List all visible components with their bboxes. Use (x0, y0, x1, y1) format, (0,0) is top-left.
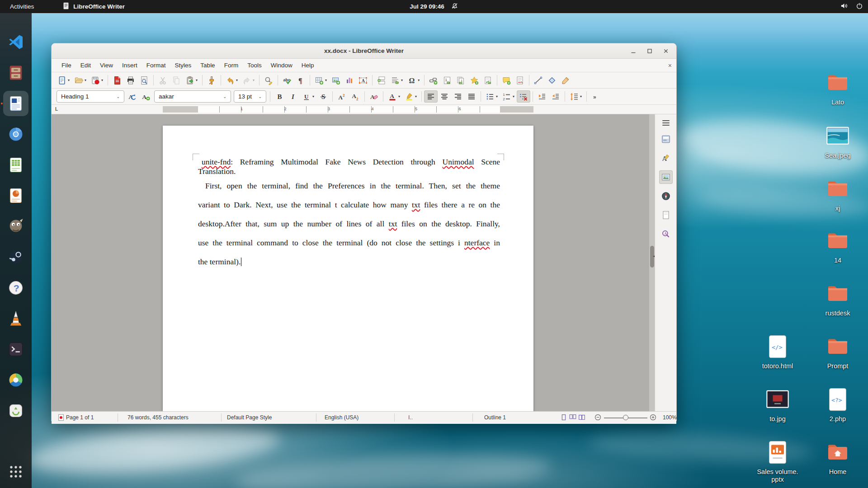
document-page[interactable]: unite-fnd: Reframing Multimodal Fake New… (163, 126, 533, 411)
page-break-button[interactable] (375, 74, 388, 86)
system-tray[interactable] (840, 2, 863, 11)
zoom-slider-thumb[interactable] (623, 415, 628, 420)
tab-stop-selector[interactable]: L (55, 107, 58, 112)
menu-help[interactable]: Help (297, 59, 319, 72)
dock-item-app-grid[interactable] (3, 459, 28, 484)
track-changes-button[interactable] (513, 74, 527, 86)
sidebar-navigator-button[interactable] (659, 189, 673, 203)
cut-button[interactable] (156, 74, 170, 86)
desktop-icon-prompt[interactable]: Prompt (811, 335, 865, 370)
menu-insert[interactable]: Insert (118, 59, 142, 72)
sidebar-page-deck-button[interactable] (659, 208, 673, 222)
desktop-icon-totoro.html[interactable]: </>totoro.html (750, 335, 805, 370)
insert-hyperlink-button[interactable] (427, 74, 440, 86)
dropdown-arrow-icon[interactable]: ▾ (580, 94, 582, 99)
copy-button[interactable] (170, 74, 183, 86)
desktop-icon-xj[interactable]: xj (811, 178, 865, 212)
menu-edit[interactable]: Edit (76, 59, 95, 72)
document-text-line[interactable]: variant to Dark. Next, use the terminal … (198, 195, 500, 214)
statusbar-selection-mode[interactable]: I.. (408, 414, 413, 421)
book-view-button[interactable] (578, 413, 586, 423)
redo-button[interactable]: ▾ (240, 74, 257, 86)
menu-format[interactable]: Format (142, 59, 170, 72)
special-character-button[interactable]: Ω▾ (405, 74, 422, 86)
print-button[interactable] (124, 74, 137, 86)
insert-field-button[interactable]: ▾ (388, 74, 405, 86)
dock-item-file-cabinet[interactable] (3, 60, 28, 85)
show-draw-functions-button[interactable] (559, 74, 572, 86)
print-preview-button[interactable] (137, 74, 151, 86)
menu-table[interactable]: Table (196, 59, 219, 72)
update-style-button[interactable]: A (126, 90, 139, 103)
insert-textbox-button[interactable]: A (356, 74, 370, 86)
insert-image-button[interactable] (329, 74, 343, 86)
dock-item-gimp[interactable] (3, 214, 28, 239)
multi-page-view-button[interactable] (569, 413, 577, 423)
minimize-button[interactable] (628, 46, 638, 56)
italic-button[interactable]: I (286, 90, 300, 103)
highlight-color-button[interactable]: ▾ (402, 90, 419, 103)
document-text-line[interactable]: use the terminal command to close the te… (198, 233, 500, 252)
statusbar-page-number[interactable]: Page 1 of 1 (66, 414, 94, 421)
maximize-button[interactable] (645, 46, 655, 56)
new-doc-button[interactable]: ▾ (55, 74, 72, 86)
insert-bookmark-button[interactable] (467, 74, 481, 86)
find-replace-button[interactable] (262, 74, 275, 86)
dock-item-software[interactable] (3, 398, 28, 423)
align-center-button[interactable] (438, 90, 451, 103)
save-button[interactable]: ▾ (89, 74, 105, 86)
sidebar-properties-button[interactable] (659, 132, 673, 146)
align-right-button[interactable] (451, 90, 465, 103)
horizontal-ruler[interactable]: L 123456 (52, 104, 676, 114)
clear-formatting-button[interactable]: A (367, 90, 381, 103)
document-paragraph[interactable]: First, open the terminal, find the Prefe… (198, 176, 500, 271)
document-text-line[interactable]: desktop.After that, sum up the number of… (198, 214, 500, 233)
formatting-marks-button[interactable]: ¶ (294, 74, 307, 86)
dropdown-arrow-icon[interactable]: ▾ (496, 94, 498, 99)
chevron-down-icon[interactable]: ⌄ (219, 94, 226, 99)
dropdown-arrow-icon[interactable]: ▾ (401, 78, 403, 82)
menu-tools[interactable]: Tools (243, 59, 266, 72)
open-button[interactable]: ▾ (72, 74, 89, 86)
statusbar-language[interactable]: English (USA) (325, 414, 359, 421)
superscript-button[interactable]: A2 (335, 90, 349, 103)
dropdown-arrow-icon[interactable]: ▾ (85, 78, 86, 82)
zoom-in-icon[interactable] (649, 413, 657, 422)
insert-chart-button[interactable] (343, 74, 356, 86)
paste-button[interactable]: ▾ (183, 74, 200, 86)
font-color-button[interactable]: A▾ (386, 90, 402, 103)
insert-comment-button[interactable] (500, 74, 513, 86)
menu-file[interactable]: File (57, 59, 76, 72)
desktop-icon-to.jpg[interactable]: to.jpg (750, 388, 805, 423)
chevron-down-icon[interactable]: ⌄ (113, 94, 120, 99)
statusbar-page-style[interactable]: Default Page Style (227, 414, 272, 421)
document-close-icon[interactable]: × (668, 62, 672, 69)
statusbar-word-count[interactable]: 76 words, 455 characters (127, 414, 189, 421)
dropdown-arrow-icon[interactable]: ▾ (415, 94, 417, 99)
dock-item-help[interactable]: ? (3, 275, 28, 300)
dock-item-terminal[interactable] (3, 337, 28, 362)
no-list-button[interactable] (517, 90, 530, 103)
bullet-list-button[interactable]: ▾ (483, 90, 500, 103)
menu-view[interactable]: View (95, 59, 118, 72)
clone-formatting-button[interactable] (205, 74, 218, 86)
sidebar-sidebar-menu-button[interactable] (659, 116, 673, 130)
statusbar-zoom-level[interactable]: 100% (663, 414, 677, 421)
insert-line-button[interactable] (532, 74, 545, 86)
decrease-indent-button[interactable] (549, 90, 562, 103)
menu-window[interactable]: Window (266, 59, 297, 72)
font-name-combo[interactable]: aakar⌄ (154, 90, 231, 103)
clock-menu[interactable]: Jul 29 09:46 (410, 2, 458, 11)
dock-item-writer[interactable] (3, 91, 28, 116)
desktop-icon-14[interactable]: 14 (811, 230, 865, 264)
toolbar-overflow-button[interactable]: » (589, 90, 603, 103)
window-titlebar[interactable]: xx.docx - LibreOffice Writer (52, 43, 676, 59)
font-size-combo[interactable]: 13 pt⌄ (234, 90, 266, 103)
cross-reference-button[interactable] (481, 74, 495, 86)
undo-button[interactable]: ▾ (223, 74, 240, 86)
vertical-scrollbar[interactable] (649, 114, 655, 411)
sidebar-styles-button[interactable]: A (659, 151, 673, 165)
export-pdf-button[interactable] (110, 74, 124, 86)
align-justify-button[interactable] (465, 90, 478, 103)
sidebar-style-inspector-button[interactable]: A (659, 227, 673, 241)
